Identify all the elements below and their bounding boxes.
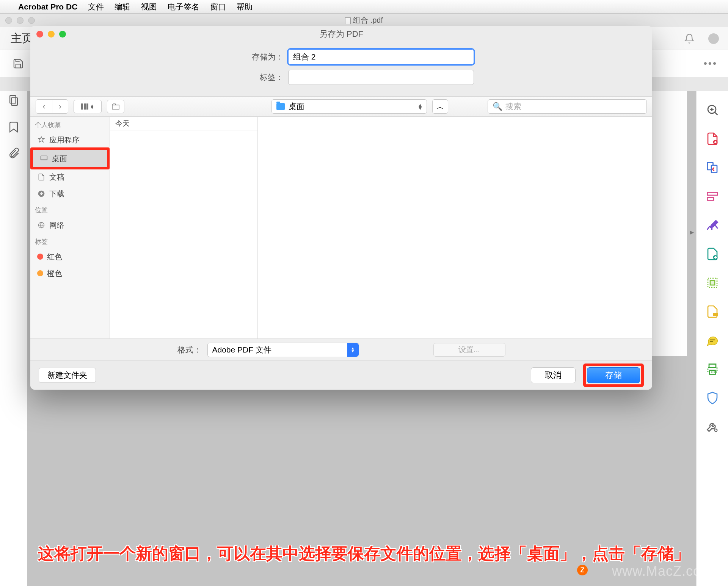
menu-esign[interactable]: 电子签名 [168,2,199,12]
create-pdf-icon[interactable] [706,132,719,146]
sign-icon[interactable] [706,218,719,232]
save-as-label: 存储为： [30,52,288,62]
format-select[interactable]: Adobe PDF 文件 ▲▼ [207,343,359,357]
dialog-titlebar: 另存为 PDF [30,26,652,42]
svg-rect-16 [81,103,83,110]
svg-rect-18 [86,103,88,110]
zoom-window-icon[interactable] [28,17,35,24]
location-value: 桌面 [289,101,304,112]
settings-button: 设置... [433,343,505,357]
tags-label: 标签： [30,72,288,83]
search-input[interactable]: 🔍 搜索 [488,99,647,114]
chevron-updown-icon: ▲▼ [417,103,423,110]
sidebar-tag-red[interactable]: 红色 [30,248,110,265]
watermark-text: www.MacZ.com [612,563,713,579]
desktop-icon [40,154,48,163]
close-window-icon[interactable] [5,17,12,24]
sidebar-item-network[interactable]: 网络 [30,217,110,233]
menu-view[interactable]: 视图 [141,2,157,12]
svg-rect-10 [710,280,715,285]
sidebar-item-documents[interactable]: 文稿 [30,169,110,185]
orange-tag-icon [37,270,43,276]
sidebar-tag-orange[interactable]: 橙色 [30,265,110,282]
collapse-panel-icon[interactable]: ▸ [690,227,694,237]
group-button[interactable] [107,100,124,113]
svg-rect-17 [84,103,86,110]
menu-file[interactable]: 文件 [88,2,104,12]
folder-icon [276,103,285,110]
menu-edit[interactable]: 编辑 [115,2,130,12]
sidebar-item-desktop[interactable]: 桌面 [33,150,107,167]
column-header: 今天 [110,117,257,130]
svg-rect-1 [11,98,17,105]
document-title: 组合 .pdf [0,15,728,25]
minimize-window-icon[interactable] [17,17,24,24]
downloads-icon [37,190,46,198]
save-as-dialog: 另存为 PDF 存储为： 标签： ‹ › ▲▼ 桌面 ▲▼ [30,26,652,390]
export-pdf-icon[interactable] [706,247,719,261]
chevron-updown-icon: ▲▼ [347,343,359,357]
filename-input[interactable] [288,49,474,64]
svg-rect-11 [713,313,718,316]
window-controls [0,17,35,24]
protect-icon[interactable] [706,391,719,405]
red-tag-icon [37,254,43,260]
location-popup[interactable]: 桌面 ▲▼ [271,99,427,114]
dialog-body: 个人收藏 应用程序 桌面 文稿 下载 位置 网络 [30,117,652,339]
applications-icon [37,136,46,144]
watermark-badge: Z [577,565,588,575]
format-value: Adobe PDF 文件 [212,345,271,355]
app-name[interactable]: Acrobat Pro DC [18,2,77,11]
desktop-highlight: 桌面 [30,147,110,169]
sidebar-locations-header: 位置 [30,202,110,217]
attachment-icon[interactable] [7,147,20,160]
acrobat-titlebar: 组合 .pdf [0,14,728,27]
pages-icon[interactable] [7,94,20,107]
notifications-icon[interactable] [684,33,695,44]
organize-pages-icon[interactable] [706,276,719,290]
svg-rect-7 [707,197,714,201]
bookmark-icon[interactable] [7,121,20,133]
menu-window[interactable]: 窗口 [210,2,226,12]
dialog-footer: 新建文件夹 取消 存储 [30,361,652,390]
tools-icon[interactable] [706,420,719,434]
search-icon: 🔍 [493,102,502,111]
right-tool-strip [696,91,728,586]
edit-pdf-icon[interactable] [706,190,719,203]
save-highlight: 存储 [583,364,644,387]
svg-rect-20 [41,156,47,160]
zoom-icon[interactable] [706,103,719,117]
cancel-button[interactable]: 取消 [531,367,576,383]
more-icon[interactable]: ••• [704,58,717,69]
network-icon [37,221,46,229]
nav-back-icon[interactable]: ‹ [36,100,52,113]
combine-files-icon[interactable] [706,161,719,174]
up-arrow-icon[interactable]: ︿ [432,99,448,114]
save-icon[interactable] [11,56,26,71]
documents-icon [37,173,46,181]
menu-help[interactable]: 帮助 [237,2,253,12]
save-button[interactable]: 存储 [587,367,640,383]
sidebar-item-downloads[interactable]: 下载 [30,185,110,202]
view-mode-button[interactable]: ▲▼ [74,100,102,113]
macos-menubar: Acrobat Pro DC 文件 编辑 视图 电子签名 窗口 帮助 [0,0,728,14]
home-tab[interactable]: 主页 [0,31,33,46]
preview-column [258,117,652,338]
account-icon[interactable] [708,33,719,44]
chevron-down-icon: ▲▼ [90,104,94,109]
new-folder-button[interactable]: 新建文件夹 [39,368,96,383]
sidebar-item-applications[interactable]: 应用程序 [30,132,110,148]
file-column[interactable]: 今天 [110,117,258,338]
nav-forward-icon[interactable]: › [52,100,68,113]
sidebar-favorites-header: 个人收藏 [30,117,110,132]
comment-tool-icon[interactable] [706,305,719,318]
tags-input[interactable] [288,70,474,85]
format-bar: 格式： Adobe PDF 文件 ▲▼ 设置... [30,339,652,361]
svg-rect-6 [707,193,717,196]
chat-icon[interactable] [706,334,719,347]
document-icon [345,17,351,24]
print-icon[interactable] [706,362,719,376]
sidebar-tags-header: 标签 [30,233,110,248]
dialog-toolbar: ‹ › ▲▼ 桌面 ▲▼ ︿ 🔍 搜索 [30,96,652,117]
finder-sidebar: 个人收藏 应用程序 桌面 文稿 下载 位置 网络 [30,117,110,338]
